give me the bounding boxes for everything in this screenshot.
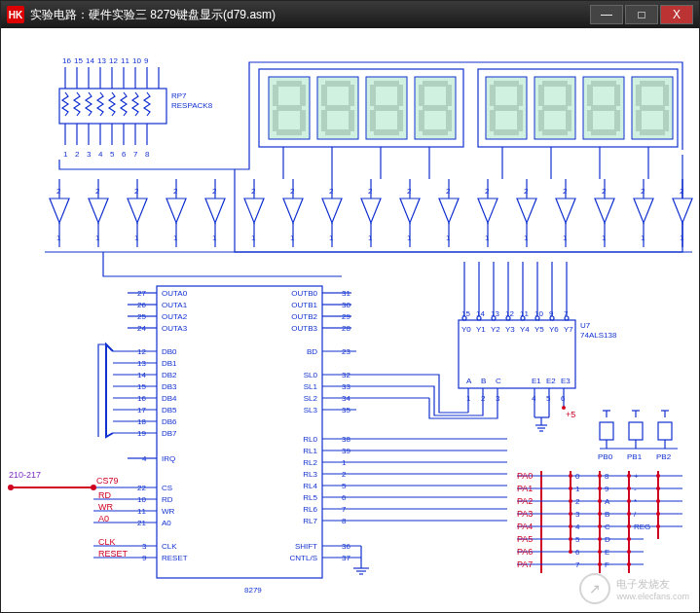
svg-text:PA7: PA7 xyxy=(517,559,533,569)
svg-text:6: 6 xyxy=(122,150,127,159)
svg-point-349 xyxy=(535,316,539,320)
svg-text:DB1: DB1 xyxy=(162,359,177,368)
svg-rect-65 xyxy=(370,110,376,131)
svg-point-431 xyxy=(598,524,602,528)
svg-marker-123 xyxy=(556,198,575,223)
svg-rect-80 xyxy=(517,110,523,131)
svg-text:2: 2 xyxy=(563,187,568,196)
svg-text:U7: U7 xyxy=(580,321,591,330)
svg-text:Y2: Y2 xyxy=(491,325,500,334)
svg-text:B: B xyxy=(605,510,609,519)
svg-text:2: 2 xyxy=(212,187,217,196)
keypad-matrix: PA0PA1 PA2PA3 PA4PA5 PA6PA7 08+ 19- 2A* … xyxy=(517,471,682,573)
svg-point-344 xyxy=(462,316,466,320)
svg-text:6: 6 xyxy=(575,548,580,557)
svg-text:1: 1 xyxy=(446,234,451,242)
svg-point-432 xyxy=(627,524,631,528)
svg-marker-111 xyxy=(89,198,108,223)
svg-point-435 xyxy=(598,537,602,541)
svg-point-441 xyxy=(627,562,631,566)
svg-text:D: D xyxy=(605,535,610,544)
maximize-button[interactable]: □ xyxy=(625,5,658,24)
svg-text:8: 8 xyxy=(605,472,609,481)
svg-text:OUTB1: OUTB1 xyxy=(291,301,317,309)
svg-text:2: 2 xyxy=(485,187,490,196)
svg-text:DB3: DB3 xyxy=(162,382,177,391)
svg-point-424 xyxy=(627,499,631,503)
svg-rect-81 xyxy=(542,81,568,87)
svg-text:RD: RD xyxy=(98,490,111,500)
svg-text:2: 2 xyxy=(407,187,412,196)
svg-text:*: * xyxy=(634,497,637,506)
svg-text:2: 2 xyxy=(524,187,529,196)
svg-text:2: 2 xyxy=(368,187,373,196)
svg-point-351 xyxy=(565,316,569,320)
svg-rect-98 xyxy=(636,85,642,106)
svg-text:Y0: Y0 xyxy=(461,325,471,334)
svg-text:A0: A0 xyxy=(162,519,171,527)
svg-text:RL2: RL2 xyxy=(303,458,317,467)
svg-rect-47 xyxy=(276,105,302,111)
svg-rect-74 xyxy=(494,81,519,87)
svg-rect-54 xyxy=(325,105,350,111)
svg-rect-85 xyxy=(566,85,571,106)
app-logo: HK xyxy=(7,6,24,23)
minimize-button[interactable]: — xyxy=(590,5,623,24)
svg-point-438 xyxy=(598,550,602,554)
schematic-svg: RP7 RESPACK8 1615 1413 1211 109 12 34 56… xyxy=(1,28,699,612)
svg-text:RL5: RL5 xyxy=(303,493,317,502)
svg-rect-63 xyxy=(370,85,376,106)
schematic-canvas[interactable]: RP7 RESPACK8 1615 1413 1211 109 12 34 56… xyxy=(1,28,699,612)
svg-point-418 xyxy=(569,487,572,490)
svg-text:-: - xyxy=(634,485,637,493)
svg-marker-114 xyxy=(205,198,225,223)
svg-text:A: A xyxy=(605,497,610,506)
svg-text:8: 8 xyxy=(145,150,150,159)
svg-point-384 xyxy=(562,406,566,410)
svg-point-426 xyxy=(569,512,572,516)
svg-point-427 xyxy=(598,512,602,516)
decoder-74als138: U7 74ALS138 1514 1312 1110 97 Y0Y1 Y2Y3 … xyxy=(429,262,617,431)
svg-rect-97 xyxy=(640,129,665,135)
svg-text:1: 1 xyxy=(212,234,217,242)
svg-text:Y5: Y5 xyxy=(534,325,544,334)
svg-text:2: 2 xyxy=(446,187,451,196)
svg-text:CS79: CS79 xyxy=(96,476,119,486)
svg-text:IRQ: IRQ xyxy=(162,454,175,463)
svg-marker-121 xyxy=(478,198,497,223)
rp-top-pins: 1615 1413 1211 109 xyxy=(62,56,149,65)
svg-text:C: C xyxy=(605,523,610,531)
svg-rect-388 xyxy=(629,422,643,440)
svg-text:PA4: PA4 xyxy=(517,522,533,531)
svg-text:PB1: PB1 xyxy=(627,452,643,461)
svg-text:2: 2 xyxy=(134,187,139,196)
svg-rect-52 xyxy=(300,110,306,131)
svg-point-434 xyxy=(569,537,572,541)
svg-text:E2: E2 xyxy=(546,377,556,385)
svg-text:REG: REG xyxy=(634,523,650,531)
svg-rect-46 xyxy=(276,81,302,87)
watermark-name: 电子发烧友 xyxy=(616,577,689,592)
svg-text:DB2: DB2 xyxy=(162,371,177,379)
svg-text:CLK: CLK xyxy=(162,542,177,551)
display-drops xyxy=(283,147,648,179)
svg-text:RL1: RL1 xyxy=(303,447,317,455)
svg-marker-117 xyxy=(322,198,342,223)
svg-point-430 xyxy=(569,524,572,528)
svg-rect-57 xyxy=(349,85,354,106)
svg-text:A0: A0 xyxy=(98,514,109,523)
svg-text:RP7: RP7 xyxy=(171,91,187,100)
svg-point-436 xyxy=(627,537,631,541)
svg-text:RL6: RL6 xyxy=(303,505,317,514)
svg-text:1: 1 xyxy=(575,485,580,493)
svg-rect-94 xyxy=(614,110,620,131)
svg-rect-60 xyxy=(374,81,399,87)
close-button[interactable]: X xyxy=(660,5,693,24)
chip-8279: 8279 27OUTA0 26OUTA1 25OUTA2 24OUTA3 OUT… xyxy=(93,286,507,595)
svg-text:2: 2 xyxy=(251,187,256,196)
watermark: ↗ 电子发烧友 www.elecfans.com xyxy=(579,573,689,604)
watermark-url: www.elecfans.com xyxy=(616,592,689,601)
app-window: HK 实验电路：硬件实验三 8279键盘显示(d79.asm) — □ X xyxy=(0,0,700,613)
svg-text:9: 9 xyxy=(605,485,609,493)
svg-rect-92 xyxy=(614,85,620,106)
